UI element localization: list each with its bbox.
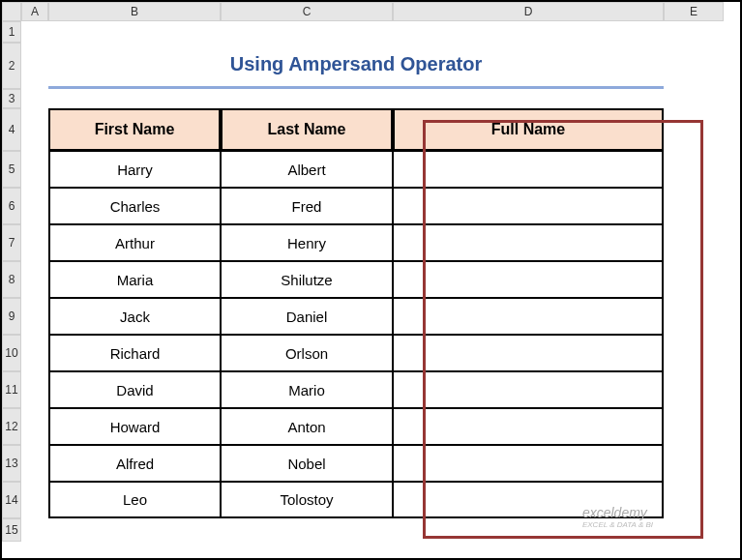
table-header-first-name[interactable]: First Name — [48, 108, 221, 151]
row-header-11[interactable]: 11 — [2, 371, 21, 408]
row-header-6[interactable]: 6 — [2, 188, 21, 224]
col-header-d[interactable]: D — [393, 2, 664, 21]
watermark-tagline: EXCEL & DATA & BI — [582, 520, 653, 529]
spreadsheet-grid: A B C D E 1 2 3 4 5 6 7 8 9 10 11 12 13 … — [2, 2, 740, 542]
row-header-14[interactable]: 14 — [2, 482, 21, 518]
cell-first-name[interactable]: Harry — [48, 151, 221, 188]
table-header-last-name[interactable]: Last Name — [221, 108, 393, 151]
cell-full-name[interactable] — [393, 261, 664, 298]
cell-first-name[interactable]: Charles — [48, 188, 221, 224]
cell-first-name[interactable]: Maria — [48, 261, 221, 298]
cell-last-name[interactable]: Mario — [221, 371, 393, 408]
row-header-10[interactable]: 10 — [2, 335, 21, 371]
col-header-c[interactable]: C — [221, 2, 393, 21]
col-header-a[interactable]: A — [21, 2, 48, 21]
cell-full-name[interactable] — [393, 151, 664, 188]
cell-first-name[interactable]: Leo — [48, 482, 221, 518]
cell-full-name[interactable] — [393, 298, 664, 335]
cell-last-name[interactable]: Nobel — [221, 445, 393, 482]
cell-last-name[interactable]: Albert — [221, 151, 393, 188]
cell-first-name[interactable]: Arthur — [48, 224, 221, 261]
cell-first-name[interactable]: David — [48, 371, 221, 408]
cell-first-name[interactable]: Alfred — [48, 445, 221, 482]
cell-last-name[interactable]: Fred — [221, 188, 393, 224]
cell-last-name[interactable]: Orlson — [221, 335, 393, 371]
cell-last-name[interactable]: Anton — [221, 408, 393, 445]
table-header-full-name[interactable]: Full Name — [393, 108, 664, 151]
col-header-b[interactable]: B — [48, 2, 221, 21]
cell-full-name[interactable] — [393, 445, 664, 482]
row-header-15[interactable]: 15 — [2, 518, 21, 542]
row-header-1[interactable]: 1 — [2, 21, 21, 43]
cell-last-name[interactable]: Daniel — [221, 298, 393, 335]
cell-first-name[interactable]: Howard — [48, 408, 221, 445]
watermark-brand: exceldemy — [582, 505, 647, 520]
cell-full-name[interactable] — [393, 224, 664, 261]
row-header-9[interactable]: 9 — [2, 298, 21, 335]
col-header-e[interactable]: E — [664, 2, 724, 21]
cell-full-name[interactable] — [393, 188, 664, 224]
row-header-4[interactable]: 4 — [2, 108, 21, 151]
cell-last-name[interactable]: Shilutze — [221, 261, 393, 298]
select-all-corner[interactable] — [2, 2, 21, 21]
row-header-2[interactable]: 2 — [2, 43, 21, 89]
row-header-12[interactable]: 12 — [2, 408, 21, 445]
page-title: Using Ampersand Operator — [48, 43, 664, 89]
cell-first-name[interactable]: Richard — [48, 335, 221, 371]
row-header-13[interactable]: 13 — [2, 445, 21, 482]
cell-full-name[interactable] — [393, 371, 664, 408]
watermark: exceldemy EXCEL & DATA & BI — [582, 505, 653, 529]
row-header-8[interactable]: 8 — [2, 261, 21, 298]
row-header-5[interactable]: 5 — [2, 151, 21, 188]
row-header-3[interactable]: 3 — [2, 89, 21, 108]
cell-last-name[interactable]: Henry — [221, 224, 393, 261]
cell-first-name[interactable]: Jack — [48, 298, 221, 335]
cell-last-name[interactable]: Tolostoy — [221, 482, 393, 518]
cell-full-name[interactable] — [393, 335, 664, 371]
cell-full-name[interactable] — [393, 408, 664, 445]
row-header-7[interactable]: 7 — [2, 224, 21, 261]
